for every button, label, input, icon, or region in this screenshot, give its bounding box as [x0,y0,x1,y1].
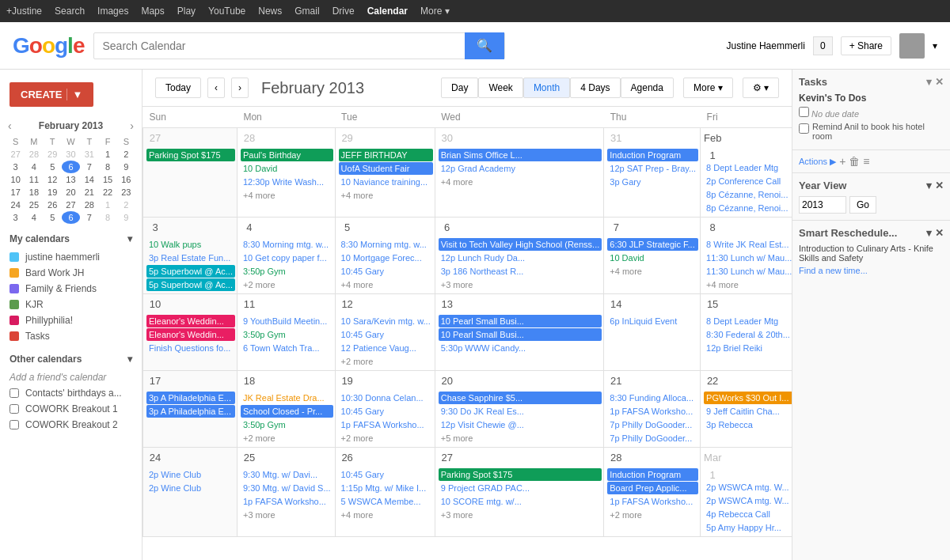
calendar-event[interactable]: 3:50p Gym [241,265,333,278]
calendar-cell[interactable]: 1210 Sara/Kevin mtg. w...10:45 Gary12 Pa… [335,294,435,371]
calendar-event[interactable]: 2p Wine Club [146,482,235,494]
calendar-cell[interactable]: 22PGWorks $30 Out I...9 Jeff Caitlin Cha… [701,371,792,448]
mini-cal-cell[interactable]: 27 [6,148,25,161]
mini-cal-cell[interactable]: 5 [44,211,62,224]
calendar-cell[interactable]: 218:30 Funding Alloca...1p FAFSA Worksho… [604,371,701,448]
add-friend-calendar[interactable]: Add a friend's calendar [10,369,132,385]
mini-cal-cell[interactable]: 31 [80,148,98,161]
calendar-event[interactable]: +2 more [241,432,333,445]
calendar-event[interactable]: +2 more [607,509,698,521]
mini-cal-cell[interactable]: 27 [62,199,80,211]
my-calendar-item[interactable]: KJR [10,297,132,312]
calendar-event[interactable]: 3:50p Gym [241,418,333,431]
calendar-event[interactable]: 2p WSWCA mtg. W... [704,494,792,507]
calendar-cell[interactable]: 28Induction ProgramBoard Prep Applic...1… [604,448,701,537]
calendar-event[interactable]: 3p Rebecca [704,418,792,431]
calendar-cell[interactable]: 6Visit to Tech Valley High School (Renss… [435,218,604,294]
create-arrow[interactable]: ▼ [66,89,82,100]
calendar-event[interactable]: 3p Real Estate Fun... [146,252,235,264]
year-view-close[interactable]: ✕ [935,180,944,191]
day-number[interactable]: 22 [704,373,721,390]
mini-cal-cell[interactable]: 9 [117,161,135,173]
calendar-event[interactable]: 10 Pearl Small Busi... [439,328,602,341]
calendar-event[interactable]: 2p Conference Call [704,175,792,187]
calendar-event[interactable]: JK Real Estate Dra... [241,392,333,404]
other-calendars-toggle[interactable]: ▾ [127,354,132,365]
calendar-event[interactable]: 9:30 Do JK Real Es... [439,405,602,418]
mini-cal-cell[interactable]: 28 [25,148,43,161]
calendar-event[interactable]: 8 Write JK Real Est... [704,238,792,251]
mini-cal-cell[interactable]: 29 [44,148,62,161]
calendar-event[interactable]: 11:30 Lunch w/ Mau... [704,265,792,278]
day-number[interactable]: 17 [146,373,164,390]
day-number[interactable]: 30 [439,130,456,147]
mini-cal-cell[interactable]: 2 [117,199,135,211]
calendar-event[interactable]: Eleanor's Weddin... [146,328,235,341]
mini-cal-cell[interactable]: 23 [117,186,135,199]
calendar-event[interactable]: 2p WSWCA mtg. W... [704,481,792,494]
my-calendar-item[interactable]: Tasks [10,328,132,344]
view-month[interactable]: Month [523,78,570,98]
calendar-cell[interactable]: 88 Write JK Real Est...11:30 Lunch w/ Ma… [701,218,792,294]
mini-cal-cell[interactable]: 4 [25,161,43,173]
calendar-event[interactable]: 5 WSWCA Membe... [339,495,433,508]
settings-button[interactable]: ⚙ ▾ [743,78,779,98]
calendar-event[interactable]: 10 Naviance training... [339,176,433,188]
calendar-event[interactable]: 10 SCORE mtg. w/... [439,495,602,508]
add-task-icon[interactable]: + [839,155,846,168]
calendar-cell[interactable]: 27Parking Spot $1759 Project GRAD PAC...… [435,448,604,537]
calendar-event[interactable]: Brian Sims Office L... [439,149,602,161]
calendar-event[interactable]: 3p A Philadelphia E... [146,392,235,404]
avatar[interactable] [899,33,925,59]
calendar-event[interactable]: 7p Philly DoGooder... [607,418,698,431]
calendar-event[interactable]: +2 more [339,355,433,368]
topbar-calendar[interactable]: Calendar [367,6,408,17]
mini-cal-cell[interactable]: 6 [62,161,80,173]
calendar-cell[interactable]: 259:30 Mtg. w/ Davi...9:30 Mtg. w/ David… [237,448,335,537]
mini-cal-cell[interactable]: 26 [44,199,62,211]
calendar-event[interactable]: 8:30 Funding Alloca... [607,392,698,404]
mini-cal-cell[interactable]: 20 [62,186,80,199]
mini-cal-cell[interactable]: 5 [44,161,62,173]
calendar-event[interactable]: 8:30 Morning mtg. w... [339,238,433,251]
no-due-checkbox[interactable] [799,107,809,117]
calendar-event[interactable]: +4 more [439,176,602,188]
mini-cal-cell[interactable]: 30 [62,148,80,161]
mini-cal-cell[interactable]: 7 [80,211,98,224]
day-number[interactable]: 11 [241,296,258,313]
calendar-event[interactable]: 5:30p WWW iCandy... [439,342,602,354]
day-number[interactable]: 31 [607,130,625,147]
calendar-event[interactable]: +4 more [339,509,433,521]
calendar-event[interactable]: Eleanor's Weddin... [146,315,235,327]
mini-cal-cell[interactable]: 2 [117,148,135,161]
calendar-event[interactable]: 12p SAT Prep - Bray... [607,162,698,175]
topbar-drive[interactable]: Drive [332,6,355,17]
calendar-cell[interactable]: Mar 12p WSWCA mtg. W...2p WSWCA mtg. W..… [701,448,792,537]
calendar-event[interactable]: Induction Program [607,468,698,481]
mini-cal-cell[interactable]: 16 [117,173,135,186]
my-calendars-toggle[interactable]: ▾ [127,233,132,244]
day-number[interactable]: 12 [339,296,356,313]
topbar-gmail[interactable]: Gmail [294,6,319,17]
day-number[interactable]: 28 [607,449,625,467]
day-number[interactable]: 25 [241,449,258,467]
calendar-event[interactable]: Board Prep Applic... [607,482,698,494]
mini-cal-cell[interactable]: 8 [98,211,116,224]
day-number[interactable]: 8 [704,219,721,236]
actions-link[interactable]: Actions ▶ [799,157,836,167]
notification-badge[interactable]: 0 [813,36,833,55]
other-calendar-item[interactable]: Contacts' birthdays a... [10,385,132,401]
mini-cal-cell[interactable]: 22 [98,186,116,199]
calendar-event[interactable]: 12p Briel Reiki [704,342,792,354]
day-number[interactable]: 26 [339,449,356,467]
calendar-event[interactable]: 9 Jeff Caitlin Cha... [704,405,792,418]
other-calendar-item[interactable]: COWORK Breakout 2 [10,417,132,433]
mini-cal-cell[interactable]: 24 [6,199,25,211]
calendar-cell[interactable]: 18JK Real Estate Dra...School Closed - P… [237,371,335,448]
calendar-cell[interactable]: 119 YouthBuild Meetin...3:50p Gym6 Town … [237,294,335,371]
smart-close[interactable]: ✕ [935,227,944,239]
tasks-collapse-icon[interactable]: ▾ [926,76,932,88]
day-number[interactable]: 19 [339,373,356,390]
calendar-event[interactable]: 3p 186 Northeast R... [439,265,602,278]
year-view-collapse[interactable]: ▾ [926,180,932,191]
